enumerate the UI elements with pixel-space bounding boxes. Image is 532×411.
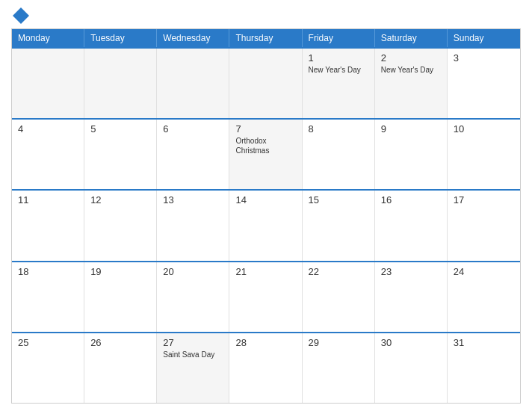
day-number: 2 (381, 52, 441, 64)
calendar-cell: 9 (375, 120, 448, 189)
logo (11, 7, 31, 24)
calendar-cell: 16 (375, 191, 448, 260)
event-label: Orthodox Christmas (235, 136, 295, 155)
day-number: 16 (381, 194, 441, 206)
calendar-cell: 4 (12, 120, 84, 189)
day-number: 17 (454, 194, 514, 206)
calendar-cell: 25 (12, 333, 84, 403)
day-number: 18 (18, 266, 78, 277)
day-number: 6 (163, 123, 223, 135)
day-number: 20 (163, 266, 223, 277)
week-row-5: 252627Saint Sava Day28293031 (12, 332, 520, 403)
calendar-cell: 3 (448, 49, 520, 118)
calendar-cell: 29 (303, 333, 375, 403)
calendar-cell: 22 (303, 262, 375, 332)
calendar-cell: 19 (84, 262, 157, 332)
week-row-3: 11121314151617 (12, 189, 520, 260)
event-label: New Year's Day (381, 65, 441, 75)
week-row-1: 1New Year's Day2New Year's Day3 (12, 47, 520, 118)
day-number: 22 (309, 266, 368, 277)
calendar-cell: 13 (157, 191, 229, 260)
day-number: 13 (163, 194, 223, 206)
header-monday: Monday (12, 29, 84, 47)
calendar-cell: 26 (84, 333, 157, 403)
calendar-cell: 21 (229, 262, 302, 332)
calendar-cell: 17 (448, 191, 520, 260)
event-label: Saint Sava Day (163, 350, 223, 359)
day-number: 1 (309, 52, 368, 64)
day-number: 25 (18, 337, 78, 348)
day-number: 31 (454, 337, 514, 348)
day-number: 5 (90, 123, 150, 135)
week-row-2: 4567Orthodox Christmas8910 (12, 118, 520, 189)
calendar-cell: 12 (84, 191, 157, 260)
day-number: 29 (309, 337, 368, 348)
header-tuesday: Tuesday (84, 29, 157, 47)
day-number: 26 (90, 337, 150, 348)
day-number: 4 (18, 123, 78, 135)
header (11, 7, 521, 24)
calendar-cell: 7Orthodox Christmas (229, 120, 302, 189)
calendar-cell: 14 (229, 191, 302, 260)
calendar-cell (229, 49, 302, 118)
event-label: New Year's Day (309, 65, 368, 75)
calendar-cell: 31 (448, 333, 520, 403)
day-number: 24 (454, 266, 514, 277)
logo-icon (13, 7, 29, 24)
day-number: 30 (381, 337, 441, 348)
calendar-cell: 1New Year's Day (303, 49, 375, 118)
day-number: 23 (381, 266, 441, 277)
day-number: 7 (235, 123, 295, 135)
header-sunday: Sunday (448, 29, 520, 47)
calendar-cell (84, 49, 157, 118)
calendar-cell: 6 (157, 120, 229, 189)
page: Monday Tuesday Wednesday Thursday Friday… (0, 0, 532, 411)
calendar: Monday Tuesday Wednesday Thursday Friday… (11, 28, 521, 404)
day-number: 3 (454, 52, 514, 64)
header-saturday: Saturday (375, 29, 448, 47)
day-number: 15 (309, 194, 368, 206)
week-row-4: 18192021222324 (12, 261, 520, 332)
day-number: 28 (235, 337, 295, 348)
calendar-cell (12, 49, 84, 118)
calendar-cell: 2New Year's Day (375, 49, 448, 118)
calendar-body: 1New Year's Day2New Year's Day34567Ortho… (12, 47, 520, 403)
header-friday: Friday (303, 29, 375, 47)
calendar-cell: 20 (157, 262, 229, 332)
calendar-cell (157, 49, 229, 118)
day-number: 14 (235, 194, 295, 206)
day-number: 12 (90, 194, 150, 206)
day-number: 8 (309, 123, 368, 135)
calendar-cell: 23 (375, 262, 448, 332)
calendar-cell: 10 (448, 120, 520, 189)
calendar-cell: 27Saint Sava Day (157, 333, 229, 403)
calendar-cell: 30 (375, 333, 448, 403)
day-number: 9 (381, 123, 441, 135)
calendar-cell: 11 (12, 191, 84, 260)
day-number: 10 (454, 123, 514, 135)
calendar-cell: 18 (12, 262, 84, 332)
calendar-cell: 8 (303, 120, 375, 189)
day-number: 11 (18, 194, 78, 206)
calendar-cell: 15 (303, 191, 375, 260)
day-number: 21 (235, 266, 295, 277)
calendar-cell: 5 (84, 120, 157, 189)
calendar-header-row: Monday Tuesday Wednesday Thursday Friday… (12, 29, 520, 47)
header-thursday: Thursday (229, 29, 302, 47)
day-number: 19 (90, 266, 150, 277)
header-wednesday: Wednesday (157, 29, 229, 47)
day-number: 27 (163, 337, 223, 348)
calendar-cell: 24 (448, 262, 520, 332)
calendar-cell: 28 (229, 333, 302, 403)
